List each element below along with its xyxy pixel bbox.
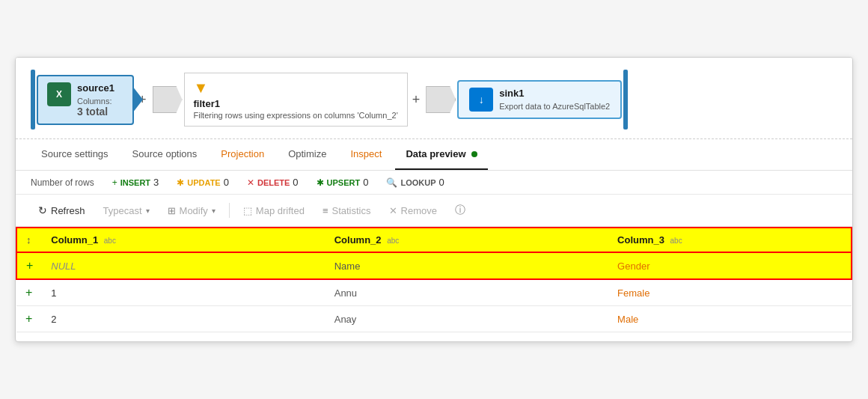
toolbar-separator-1 <box>229 203 230 218</box>
filter-desc: Filtering rows using expressions on colu… <box>194 111 398 120</box>
delete-label: DELETE <box>257 178 290 187</box>
source-content: source1 Columns: 3 total <box>77 82 114 118</box>
update-value: 0 <box>224 177 229 188</box>
modify-button[interactable]: ⊞ Modify ▾ <box>160 202 223 219</box>
statistics-button[interactable]: ≡ Statistics <box>315 202 379 219</box>
remove-icon: ✕ <box>389 205 397 216</box>
source-node[interactable]: X source1 Columns: 3 total <box>37 75 134 125</box>
lookup-stat: 🔍 LOOKUP 0 <box>386 177 444 188</box>
lookup-value: 0 <box>439 177 444 188</box>
sink-icon: ↓ <box>469 88 493 112</box>
stats-bar: Number of rows + INSERT 3 ✱ UPDATE 0 ✕ D… <box>16 171 852 195</box>
row-0-col1: NULL <box>42 252 325 279</box>
tab-data-preview[interactable]: Data preview <box>395 139 488 170</box>
row-plus-0[interactable]: + <box>16 252 42 279</box>
tab-optimize[interactable]: Optimize <box>278 139 337 170</box>
typecast-chevron: ▾ <box>146 207 150 215</box>
statistics-icon: ≡ <box>323 205 328 216</box>
tabs-area: Source settings Source options Projectio… <box>16 139 852 171</box>
update-stat: ✱ UPDATE 0 <box>177 177 229 188</box>
tab-source-settings[interactable]: Source settings <box>31 139 119 170</box>
upsert-label: UPSERT <box>327 178 361 187</box>
map-drifted-button[interactable]: ⬚ Map drifted <box>236 202 312 219</box>
insert-label: INSERT <box>120 178 150 187</box>
col2-header[interactable]: Column_2 abc <box>326 228 608 252</box>
arrow-shape-1 <box>153 86 183 113</box>
modify-icon: ⊞ <box>168 205 176 216</box>
row-0-col2: Name <box>326 252 608 279</box>
table-area: ↕ Column_1 abc Column_2 abc Column_3 abc <box>16 227 852 341</box>
delete-stat: ✕ DELETE 0 <box>247 177 299 188</box>
pipeline-right-bar <box>623 70 628 130</box>
tab-projection[interactable]: Projection <box>210 139 275 170</box>
map-drifted-icon: ⬚ <box>243 205 252 216</box>
col3-header[interactable]: Column_3 abc <box>608 228 852 252</box>
row-2-col1: 2 <box>42 306 325 332</box>
arrow-shape-2 <box>426 86 456 113</box>
delete-value: 0 <box>293 177 298 188</box>
refresh-button[interactable]: ↻ Refresh <box>31 201 93 219</box>
refresh-icon: ↻ <box>38 204 47 216</box>
sink-desc: Export data to AzureSqlTable2 <box>499 102 610 111</box>
table-row: + 2 Anay Male <box>16 306 852 332</box>
table-row: + 1 Annu Female <box>16 279 852 306</box>
main-container: X source1 Columns: 3 total + ▼ fil <box>15 57 853 342</box>
data-table: ↕ Column_1 abc Column_2 abc Column_3 abc <box>16 227 852 332</box>
row-1-col3: Female <box>608 279 852 306</box>
col1-header[interactable]: Column_1 abc <box>42 228 325 252</box>
source-desc: Columns: 3 total <box>77 97 114 118</box>
filter-box[interactable]: ▼ filter1 Filtering rows using expressio… <box>184 73 408 127</box>
sort-icon: ↕ <box>26 234 31 246</box>
row-plus-2[interactable]: + <box>16 306 42 332</box>
typecast-button[interactable]: Typecast ▾ <box>96 202 157 219</box>
sort-control[interactable]: ↕ <box>16 228 42 252</box>
filter-icon: ▼ <box>194 79 398 97</box>
source-icon: X <box>47 82 71 106</box>
toolbar: ↻ Refresh Typecast ▾ ⊞ Modify ▾ ⬚ Map dr… <box>16 195 852 227</box>
tab-source-options[interactable]: Source options <box>122 139 208 170</box>
remove-button[interactable]: ✕ Remove <box>382 202 444 219</box>
upsert-stat: ✱ UPSERT 0 <box>317 177 369 188</box>
sink-title: sink1 <box>499 88 610 99</box>
source-box[interactable]: X source1 Columns: 3 total <box>37 75 134 125</box>
source-arrow <box>132 86 143 113</box>
row-0-col3: Gender <box>608 252 852 279</box>
info-icon: ⓘ <box>455 204 465 217</box>
upsert-value: 0 <box>363 177 368 188</box>
row-2-col2: Anay <box>326 306 608 332</box>
insert-value: 3 <box>153 177 159 188</box>
update-label: UPDATE <box>187 178 220 187</box>
arrow-1 <box>153 86 183 113</box>
table-header-row: ↕ Column_1 abc Column_2 abc Column_3 abc <box>16 228 852 252</box>
rows-label: Number of rows <box>31 177 94 188</box>
info-button[interactable]: ⓘ <box>447 201 473 220</box>
filter-node[interactable]: ▼ filter1 Filtering rows using expressio… <box>184 73 408 127</box>
arrow-2 <box>426 86 456 113</box>
tab-active-dot <box>471 151 477 157</box>
table-row: + NULL Name Gender <box>16 252 852 279</box>
modify-chevron: ▾ <box>212 207 216 215</box>
lookup-label: LOOKUP <box>400 178 435 187</box>
pipeline-area: X source1 Columns: 3 total + ▼ fil <box>16 58 852 139</box>
row-1-col1: 1 <box>42 279 325 306</box>
source-title: source1 <box>77 82 114 94</box>
insert-stat: + INSERT 3 <box>112 177 159 188</box>
tab-inspect[interactable]: Inspect <box>340 139 392 170</box>
sink-node[interactable]: ↓ sink1 Export data to AzureSqlTable2 <box>457 80 622 119</box>
row-plus-1[interactable]: + <box>16 279 42 306</box>
sink-content: sink1 Export data to AzureSqlTable2 <box>499 88 610 111</box>
sink-box[interactable]: ↓ sink1 Export data to AzureSqlTable2 <box>457 80 622 119</box>
filter-title: filter1 <box>194 98 398 109</box>
row-1-col2: Annu <box>326 279 608 306</box>
row-2-col3: Male <box>608 306 852 332</box>
filter-add-btn[interactable]: + <box>412 92 421 108</box>
pipeline-left-bar <box>31 70 35 130</box>
